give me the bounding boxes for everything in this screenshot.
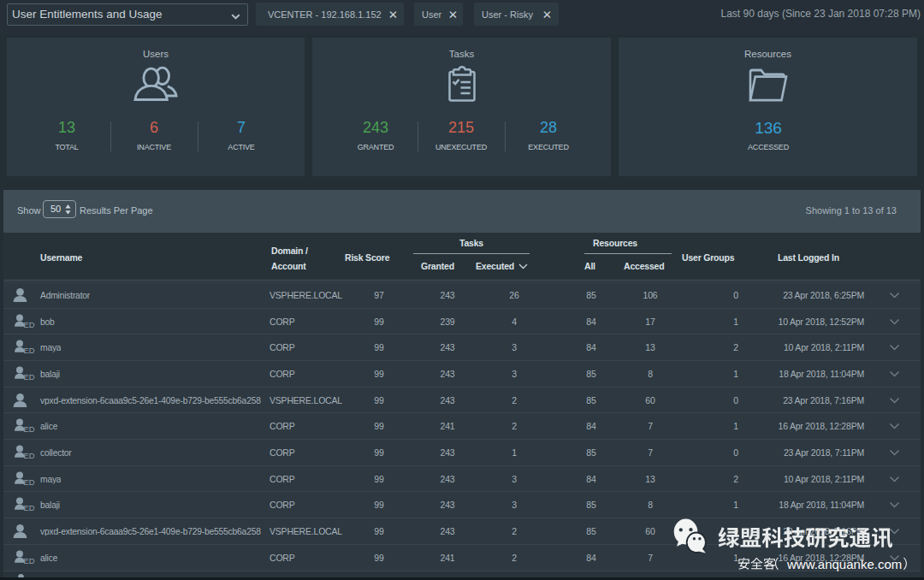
svg-text:ED: ED <box>24 451 35 460</box>
svg-text:ED: ED <box>24 424 35 434</box>
svg-text:ED: ED <box>24 372 35 382</box>
svg-text:www.anquanke.com: www.anquanke.com <box>786 557 902 571</box>
svg-text:ED: ED <box>24 503 35 512</box>
svg-text:ED: ED <box>24 346 35 355</box>
svg-text:ED: ED <box>24 556 35 565</box>
svg-text:ED: ED <box>24 319 35 328</box>
svg-text:ED: ED <box>24 476 35 486</box>
